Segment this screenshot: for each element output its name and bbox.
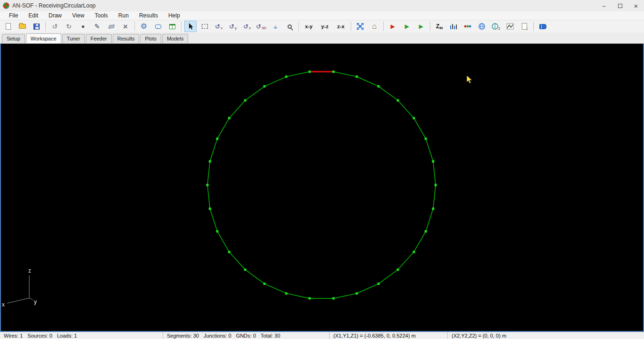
tab-feeder[interactable]: Feeder — [86, 34, 112, 43]
toolbar-separator — [134, 22, 135, 31]
run-currents-button[interactable]: ▶ — [387, 21, 399, 32]
impedance-button[interactable]: ZIN — [433, 21, 446, 32]
view-xy-button[interactable]: x-y — [302, 21, 316, 32]
view-yz-button[interactable]: y-z — [318, 21, 332, 32]
junction-marker[interactable] — [396, 268, 399, 271]
junction-marker[interactable] — [435, 184, 437, 186]
menu-view[interactable]: View — [67, 11, 90, 20]
menu-draw[interactable]: Draw — [43, 11, 67, 20]
status-point2: (X2,Y2,Z2) = (0, 0, 0) m — [447, 332, 644, 339]
rotate-x-button[interactable]: ↺x — [213, 21, 225, 32]
near-field-button[interactable] — [462, 21, 474, 32]
tab-models[interactable]: Models — [162, 34, 188, 43]
home-view-button[interactable]: ⌂ — [368, 21, 380, 32]
junction-marker[interactable] — [332, 297, 335, 299]
radiation-pattern-button[interactable] — [476, 21, 488, 32]
preferences-button[interactable]: ⚙ — [138, 21, 150, 32]
view-zx-button[interactable]: z-x — [334, 21, 348, 32]
junction-marker[interactable] — [228, 251, 231, 253]
run-all-button[interactable]: ▶ — [415, 21, 427, 32]
undo-icon: ↺ — [52, 23, 58, 30]
junction-marker[interactable] — [425, 230, 427, 233]
menu-tools[interactable]: Tools — [90, 11, 113, 20]
comment-button[interactable] — [152, 21, 164, 32]
junction-marker[interactable] — [209, 160, 211, 162]
data-table-button[interactable] — [166, 21, 178, 32]
junction-marker[interactable] — [378, 282, 380, 285]
run-farfield-button[interactable]: ▶ — [401, 21, 413, 32]
app-logo-icon — [3, 2, 9, 9]
table-icon — [169, 24, 175, 29]
export-button[interactable]: ↓ — [518, 21, 530, 32]
junction-marker[interactable] — [432, 208, 434, 210]
junction-marker[interactable] — [264, 282, 266, 285]
rotate-3d-button[interactable]: ↺3D — [255, 21, 267, 32]
delete-button[interactable]: × — [119, 21, 132, 32]
junction-marker[interactable] — [216, 137, 218, 140]
run-red-icon: ▶ — [390, 24, 395, 29]
junction-marker[interactable] — [432, 160, 434, 162]
junction-marker[interactable] — [413, 251, 415, 253]
junction-marker[interactable] — [413, 117, 415, 119]
tab-workspace[interactable]: Workspace — [26, 33, 61, 43]
junction-marker[interactable] — [425, 137, 427, 140]
junction-marker[interactable] — [244, 268, 247, 271]
status-point1: (X1,Y1,Z1) = (-0.6385, 0, 0.5224) m — [329, 332, 447, 339]
workspace-canvas[interactable]: z y x — [0, 44, 644, 331]
record-button[interactable]: ● — [77, 21, 89, 32]
zoom-button[interactable] — [283, 21, 296, 32]
menu-help[interactable]: Help — [163, 11, 185, 20]
junction-marker[interactable] — [285, 75, 288, 78]
junction-marker[interactable] — [396, 99, 399, 102]
loop-wire[interactable] — [207, 72, 436, 298]
move-view-button[interactable]: ↔↕ — [269, 21, 281, 32]
junction-marker[interactable] — [264, 85, 266, 88]
rotate-y-button[interactable]: ↺y — [227, 21, 239, 32]
tab-tuner[interactable]: Tuner — [62, 34, 85, 43]
menu-run[interactable]: Run — [113, 11, 134, 20]
junction-marker[interactable] — [209, 208, 211, 210]
currents-list-button[interactable] — [447, 21, 460, 32]
junction-marker[interactable] — [216, 230, 218, 233]
model-view[interactable]: z y x — [0, 44, 644, 331]
open-file-button[interactable] — [16, 21, 28, 32]
zoom-extents-button[interactable] — [354, 21, 366, 32]
close-button[interactable]: × — [628, 0, 644, 11]
select-pointer-button[interactable] — [184, 21, 197, 32]
toolbar-separator — [298, 22, 299, 31]
junction-marker[interactable] — [355, 75, 358, 78]
new-file-button[interactable] — [2, 21, 14, 32]
junction-marker[interactable] — [285, 292, 288, 295]
draw-pencil-button[interactable]: ✎ — [91, 21, 103, 32]
tab-setup[interactable]: Setup — [2, 34, 25, 43]
junction-marker[interactable] — [378, 85, 380, 88]
eraser-button[interactable] — [105, 21, 117, 32]
rectangular-plot-button[interactable] — [504, 21, 516, 32]
redo-button[interactable]: ↻ — [63, 21, 75, 32]
junction-marker[interactable] — [308, 297, 311, 299]
junction-marker[interactable] — [206, 184, 209, 186]
selection-box-button[interactable] — [198, 21, 211, 32]
redo-icon: ↻ — [66, 23, 72, 30]
menu-edit[interactable]: Edit — [23, 11, 43, 20]
pattern-cut-button[interactable]: 2 — [490, 21, 502, 32]
rotate-z-button[interactable]: ↺z — [241, 21, 253, 32]
help-button[interactable] — [537, 21, 549, 32]
minimize-button[interactable]: – — [596, 0, 612, 11]
tab-bar: Setup Workspace Tuner Feeder Results Plo… — [0, 32, 644, 44]
tab-results[interactable]: Results — [113, 34, 140, 43]
rotate-3d-icon: ↺3D — [256, 23, 266, 30]
maximize-button[interactable] — [612, 0, 628, 11]
junction-marker[interactable] — [308, 71, 311, 73]
menu-results[interactable]: Results — [134, 11, 163, 20]
junction-marker[interactable] — [332, 71, 335, 73]
save-button[interactable] — [30, 21, 42, 32]
circular-loop-wire[interactable] — [206, 71, 437, 299]
x-axis-label: x — [2, 301, 5, 308]
junction-marker[interactable] — [244, 99, 247, 102]
tab-plots[interactable]: Plots — [140, 34, 161, 43]
junction-marker[interactable] — [355, 292, 358, 295]
undo-button[interactable]: ↺ — [49, 21, 61, 32]
junction-marker[interactable] — [228, 117, 231, 119]
menu-file[interactable]: File — [4, 11, 23, 20]
